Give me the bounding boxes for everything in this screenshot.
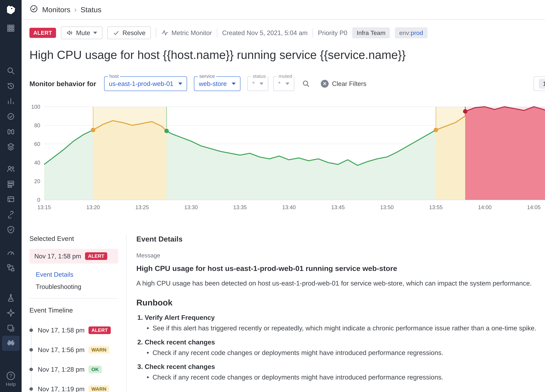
breadcrumb: Monitors › Status bbox=[29, 4, 101, 15]
time-range-picker[interactable]: 1h Nov 17, 2024, 1:15 pm – Nov 17, 2024,… bbox=[533, 76, 545, 91]
mute-button[interactable]: Mute bbox=[61, 26, 102, 39]
integrations-link-icon[interactable] bbox=[2, 207, 20, 222]
history-icon[interactable] bbox=[2, 78, 20, 94]
time-span-chip[interactable]: 1h bbox=[539, 79, 545, 89]
speaker-icon bbox=[66, 29, 73, 36]
timeline-dot-icon bbox=[29, 387, 33, 391]
chevron-down-icon bbox=[260, 83, 263, 85]
breadcrumb-chevron-icon: › bbox=[74, 6, 77, 13]
timeline-item[interactable]: Nov 17, 1:19 pm WARN bbox=[29, 379, 118, 392]
datadog-logo[interactable] bbox=[0, 0, 22, 21]
muted-filter-select[interactable]: muted * bbox=[273, 76, 294, 91]
useful-links-heading: Useful links bbox=[136, 391, 545, 392]
message-label: Message bbox=[136, 252, 545, 259]
env-tag[interactable]: env:prod bbox=[395, 27, 427, 38]
monitor-status-graph[interactable]: 02040608010013:1513:2013:2513:3013:3513:… bbox=[29, 102, 545, 216]
event-timeline: Nov 17, 1:58 pm ALERT Nov 17, 1:56 pm WA… bbox=[29, 320, 118, 392]
help-icon: ? bbox=[7, 372, 15, 380]
monitors-breadcrumb-icon bbox=[29, 4, 38, 15]
alert-badge: ALERT bbox=[88, 326, 111, 334]
status-filter-select[interactable]: status * bbox=[247, 76, 268, 91]
search-icon bbox=[302, 80, 310, 88]
dashboards-icon[interactable] bbox=[2, 94, 20, 109]
monitors-icon[interactable] bbox=[2, 109, 20, 124]
svg-text:13:45: 13:45 bbox=[331, 204, 345, 210]
divider bbox=[217, 28, 217, 37]
watchdog-icon[interactable] bbox=[2, 124, 20, 139]
selected-event-row[interactable]: Nov 17, 1:58 pm ALERT bbox=[29, 249, 118, 264]
svg-text:20: 20 bbox=[34, 178, 40, 184]
event-details-link[interactable]: Event Details bbox=[36, 271, 118, 278]
status-badge: ALERT bbox=[29, 28, 56, 38]
svg-text:13:55: 13:55 bbox=[429, 204, 443, 210]
metric-pulse-icon bbox=[161, 29, 169, 36]
warn-badge: WARN bbox=[88, 385, 109, 392]
event-details-panel: Event Details Message High CPU usage for… bbox=[127, 235, 545, 392]
svg-text:80: 80 bbox=[34, 122, 40, 128]
timeline-dot-icon bbox=[29, 368, 33, 371]
priority-label: Priority P0 bbox=[318, 29, 347, 36]
search-icon[interactable] bbox=[2, 63, 20, 78]
runbook-item: Verify Alert Frequency See if this alert… bbox=[145, 314, 545, 332]
svg-text:14:05: 14:05 bbox=[527, 204, 540, 210]
security-shield-icon[interactable] bbox=[2, 222, 20, 237]
ai-sparkle-icon[interactable] bbox=[2, 305, 20, 320]
runbook-item: Check recent changes Check if any recent… bbox=[145, 363, 545, 381]
event-details-heading: Event Details bbox=[136, 235, 545, 243]
runbook-heading: Runbook bbox=[136, 298, 545, 308]
infrastructure-icon[interactable] bbox=[2, 139, 20, 154]
labs-flask-icon[interactable] bbox=[2, 290, 20, 305]
service-filter-select[interactable]: service web-store bbox=[194, 76, 241, 91]
app-window: ? Help Monitors › Status Edit bbox=[0, 0, 545, 392]
message-title: High CPU usage for host us-east-1-prod-w… bbox=[136, 264, 545, 272]
runbook-list: Verify Alert Frequency See if this alert… bbox=[145, 314, 545, 381]
frames-copy-icon[interactable] bbox=[2, 320, 20, 336]
timeline-item[interactable]: Nov 17, 1:56 pm WARN bbox=[29, 340, 118, 360]
clear-x-icon: ✕ bbox=[321, 80, 329, 88]
timeline-dot-icon bbox=[29, 348, 33, 352]
divider bbox=[29, 298, 118, 299]
svg-text:40: 40 bbox=[34, 160, 40, 166]
alert-badge: ALERT bbox=[85, 252, 107, 260]
host-filter-select[interactable]: host us-east-1-prod-web-01 bbox=[104, 76, 187, 91]
svg-text:0: 0 bbox=[37, 197, 40, 203]
page-title: High CPU usage for host {{host.name}} ru… bbox=[29, 48, 545, 62]
left-nav: ? Help bbox=[0, 0, 22, 392]
help-button[interactable]: ? Help bbox=[6, 372, 16, 387]
breadcrumb-page: Status bbox=[81, 6, 101, 14]
svg-text:13:25: 13:25 bbox=[135, 204, 149, 210]
performance-gauge-icon[interactable] bbox=[2, 245, 20, 260]
bits-ai-alien-icon[interactable] bbox=[2, 336, 20, 351]
breadcrumb-section[interactable]: Monitors bbox=[42, 6, 70, 14]
apps-grid-icon[interactable] bbox=[2, 21, 20, 36]
filter-search-button[interactable] bbox=[299, 77, 313, 90]
svg-text:13:50: 13:50 bbox=[380, 204, 394, 210]
svg-text:13:35: 13:35 bbox=[233, 204, 247, 210]
resolve-button[interactable]: Resolve bbox=[107, 26, 151, 39]
troubleshooting-link[interactable]: Troubleshooting bbox=[36, 283, 118, 290]
chevron-down-icon bbox=[178, 83, 182, 85]
chevron-down-icon bbox=[93, 32, 97, 34]
created-timestamp: Created Nov 5, 2021, 5:04 am bbox=[222, 29, 308, 36]
monitor-behavior-label: Monitor behavior for bbox=[29, 80, 96, 88]
timeline-item[interactable]: Nov 17, 1:58 pm ALERT bbox=[29, 320, 118, 340]
event-timeline-label: Event Timeline bbox=[29, 306, 118, 314]
timeline-dot-icon bbox=[29, 329, 33, 332]
timeline-item[interactable]: Nov 17, 1:28 pm OK bbox=[29, 360, 118, 379]
clear-filters-button[interactable]: ✕ Clear Filters bbox=[321, 80, 366, 88]
org-users-icon[interactable] bbox=[2, 161, 20, 176]
team-tag[interactable]: Infra Team bbox=[352, 27, 390, 38]
divider bbox=[156, 28, 156, 37]
monitor-type: Metric Monitor bbox=[161, 29, 212, 36]
message-body: A high CPU usage has been detected on ho… bbox=[136, 279, 545, 287]
divider bbox=[312, 28, 313, 37]
chevron-down-icon bbox=[232, 83, 236, 85]
logs-icon[interactable] bbox=[2, 176, 20, 192]
top-bar: Monitors › Status Edit Clone Export bbox=[22, 0, 545, 20]
events-sidebar: Selected Event Nov 17, 1:58 pm ALERT Eve… bbox=[29, 235, 127, 392]
ok-badge: OK bbox=[88, 366, 102, 373]
runbook-item: Check recent changes Check if any recent… bbox=[145, 338, 545, 356]
software-window-icon[interactable] bbox=[2, 192, 20, 207]
svg-text:13:20: 13:20 bbox=[86, 204, 100, 210]
workflows-icon[interactable] bbox=[2, 260, 20, 276]
